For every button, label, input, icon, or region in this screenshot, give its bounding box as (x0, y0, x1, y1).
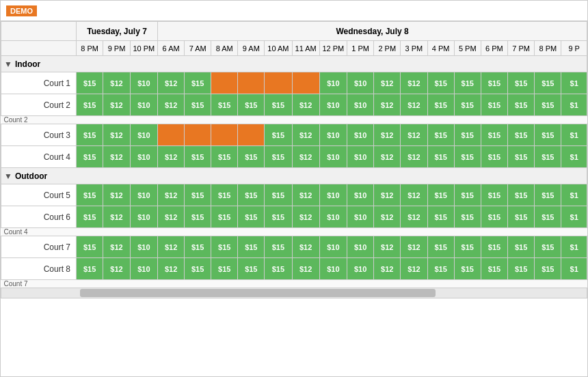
slot-cell[interactable]: $10 (319, 258, 347, 280)
slot-cell[interactable]: $15 (427, 258, 454, 280)
slot-cell[interactable]: $15 (265, 184, 292, 206)
slot-cell[interactable]: $15 (481, 258, 507, 280)
slot-cell[interactable]: $12 (103, 72, 130, 94)
slot-cell[interactable]: $1 (561, 184, 587, 206)
slot-cell[interactable]: $15 (535, 184, 561, 206)
slot-cell[interactable]: $15 (454, 236, 481, 258)
slot-cell[interactable]: $1 (561, 236, 587, 258)
slot-cell[interactable]: $12 (401, 184, 427, 206)
slot-cell[interactable]: $12 (401, 258, 427, 280)
slot-cell[interactable]: $12 (103, 184, 130, 206)
slot-cell[interactable]: $12 (374, 184, 401, 206)
slot-cell[interactable]: $12 (401, 124, 427, 146)
slot-cell[interactable]: $15 (265, 236, 292, 258)
slot-cell[interactable]: $10 (347, 258, 374, 280)
slot-cell[interactable]: $10 (319, 184, 347, 206)
slot-cell[interactable]: $15 (427, 206, 454, 228)
slot-cell[interactable]: $15 (211, 94, 238, 116)
slot-cell[interactable]: $15 (185, 206, 211, 228)
slot-cell[interactable]: $10 (347, 72, 374, 94)
slot-cell[interactable]: $12 (374, 236, 401, 258)
slot-cell[interactable]: $12 (292, 206, 319, 228)
slot-cell[interactable]: $15 (185, 258, 211, 280)
slot-cell[interactable]: $1 (561, 124, 587, 146)
slot-cell[interactable]: $15 (481, 184, 507, 206)
slot-cell[interactable]: $15 (238, 236, 265, 258)
slot-cell[interactable]: $15 (238, 184, 265, 206)
slot-cell[interactable]: $1 (561, 206, 587, 228)
grid-wrapper[interactable]: Tuesday, July 7 Wednesday, July 8 8 PM 9… (1, 21, 587, 377)
slot-cell[interactable]: $15 (427, 184, 454, 206)
slot-cell[interactable]: $10 (130, 94, 157, 116)
slot-cell[interactable]: $12 (401, 236, 427, 258)
slot-cell[interactable]: $15 (454, 206, 481, 228)
indoor-collapse-icon[interactable]: ▼ (4, 59, 12, 69)
slot-cell[interactable]: $15 (508, 72, 535, 94)
slot-cell[interactable]: $15 (211, 206, 238, 228)
slot-cell[interactable]: $10 (319, 206, 347, 228)
slot-cell[interactable]: $15 (454, 124, 481, 146)
slot-cell[interactable]: $15 (427, 72, 454, 94)
slot-cell[interactable]: $15 (77, 206, 103, 228)
slot-cell[interactable]: $12 (103, 258, 130, 280)
slot-cell[interactable]: $12 (103, 146, 130, 168)
slot-cell[interactable]: $15 (454, 72, 481, 94)
slot-cell[interactable]: $12 (103, 236, 130, 258)
slot-cell[interactable]: $12 (103, 94, 130, 116)
slot-cell[interactable]: $15 (185, 94, 211, 116)
slot-cell[interactable]: $15 (211, 236, 238, 258)
slot-cell[interactable] (292, 72, 319, 94)
slot-cell[interactable]: $12 (374, 94, 401, 116)
slot-cell[interactable]: $10 (130, 72, 157, 94)
slot-cell[interactable]: $15 (535, 72, 561, 94)
slot-cell[interactable]: $15 (481, 236, 507, 258)
slot-cell[interactable]: $15 (185, 236, 211, 258)
slot-cell[interactable]: $15 (211, 184, 238, 206)
slot-cell[interactable]: $10 (319, 94, 347, 116)
slot-cell[interactable]: $10 (347, 184, 374, 206)
slot-cell[interactable]: $15 (185, 184, 211, 206)
slot-cell[interactable]: $15 (185, 72, 211, 94)
slot-cell[interactable] (211, 72, 238, 94)
slot-cell[interactable]: $10 (347, 146, 374, 168)
slot-cell[interactable]: $15 (427, 236, 454, 258)
slot-cell[interactable]: $15 (238, 94, 265, 116)
slot-cell[interactable]: $15 (535, 258, 561, 280)
slot-cell[interactable]: $15 (211, 258, 238, 280)
slot-cell[interactable]: $12 (103, 124, 130, 146)
slot-cell[interactable]: $15 (265, 258, 292, 280)
slot-cell[interactable]: $15 (77, 124, 103, 146)
slot-cell[interactable]: $10 (130, 184, 157, 206)
slot-cell[interactable]: $12 (401, 146, 427, 168)
slot-cell[interactable] (265, 72, 292, 94)
slot-cell[interactable]: $15 (77, 184, 103, 206)
slot-cell[interactable]: $15 (454, 146, 481, 168)
slot-cell[interactable]: $12 (158, 258, 185, 280)
slot-cell[interactable]: $12 (374, 206, 401, 228)
slot-cell[interactable]: $15 (481, 72, 507, 94)
slot-cell[interactable]: $12 (292, 184, 319, 206)
slot-cell[interactable]: $10 (347, 124, 374, 146)
slot-cell[interactable]: $10 (319, 124, 347, 146)
slot-cell[interactable]: $15 (508, 94, 535, 116)
slot-cell[interactable]: $10 (130, 206, 157, 228)
slot-cell[interactable]: $15 (508, 206, 535, 228)
slot-cell[interactable]: $15 (185, 146, 211, 168)
slot-cell[interactable]: $15 (238, 258, 265, 280)
slot-cell[interactable]: $15 (427, 94, 454, 116)
slot-cell[interactable]: $12 (158, 94, 185, 116)
slot-cell[interactable]: $15 (508, 124, 535, 146)
slot-cell[interactable] (238, 124, 265, 146)
slot-cell[interactable]: $1 (561, 146, 587, 168)
slot-cell[interactable]: $10 (347, 94, 374, 116)
slot-cell[interactable]: $12 (374, 146, 401, 168)
slot-cell[interactable]: $1 (561, 72, 587, 94)
slot-cell[interactable]: $12 (158, 146, 185, 168)
slot-cell[interactable]: $15 (508, 184, 535, 206)
slot-cell[interactable]: $12 (103, 206, 130, 228)
slot-cell[interactable]: $15 (77, 258, 103, 280)
slot-cell[interactable]: $15 (77, 236, 103, 258)
slot-cell[interactable]: $15 (454, 94, 481, 116)
slot-cell[interactable] (211, 124, 238, 146)
slot-cell[interactable]: $10 (130, 124, 157, 146)
